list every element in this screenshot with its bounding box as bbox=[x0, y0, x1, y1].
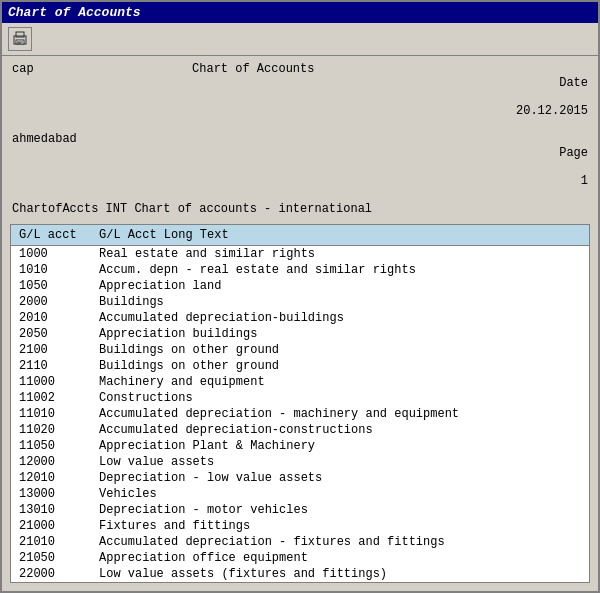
date-label: Date bbox=[559, 76, 588, 90]
header-right: Date 20.12.2015 bbox=[444, 62, 588, 132]
table-body: 1000Real estate and similar rights1010Ac… bbox=[11, 246, 589, 584]
cell-acct: 2100 bbox=[11, 342, 91, 358]
cell-desc: Depreciation - low value assets bbox=[91, 470, 589, 486]
table-row: 2100Buildings on other ground bbox=[11, 342, 589, 358]
cell-desc: Appreciation land bbox=[91, 278, 589, 294]
cell-acct: 1050 bbox=[11, 278, 91, 294]
table-row: 2050Appreciation buildings bbox=[11, 326, 589, 342]
cell-acct: 21010 bbox=[11, 534, 91, 550]
table-row: 13000Vehicles bbox=[11, 486, 589, 502]
main-window: Chart of Accounts cap Chart of Accounts bbox=[0, 0, 600, 593]
page-label: Page bbox=[559, 146, 588, 160]
title-bar: Chart of Accounts bbox=[2, 2, 598, 23]
cell-acct: 21050 bbox=[11, 550, 91, 566]
cell-desc: Accumulated depreciation-buildings bbox=[91, 310, 589, 326]
table-row: 2110Buildings on other ground bbox=[11, 358, 589, 374]
cell-desc: Constructions bbox=[91, 390, 589, 406]
cell-acct: 2010 bbox=[11, 310, 91, 326]
table-row: 21010Accumulated depreciation - fixtures… bbox=[11, 534, 589, 550]
cell-desc: Low value assets (fixtures and fittings) bbox=[91, 566, 589, 582]
header-acct: G/L acct bbox=[11, 225, 91, 246]
content-area: cap Chart of Accounts Date 20.12.2015 ah… bbox=[2, 56, 598, 591]
cell-acct: 13000 bbox=[11, 486, 91, 502]
company-name: ahmedabad bbox=[12, 132, 77, 146]
cell-desc: Buildings on other ground bbox=[91, 358, 589, 374]
company-code: cap bbox=[12, 62, 34, 76]
header-left: cap Chart of Accounts bbox=[12, 62, 444, 132]
chart-of-accounts-desc: ChartofAccts INT Chart of accounts - int… bbox=[12, 202, 588, 216]
table-row: 22000Low value assets (fixtures and fitt… bbox=[11, 566, 589, 582]
table-row: 2000Buildings bbox=[11, 294, 589, 310]
toolbar-button[interactable] bbox=[8, 27, 32, 51]
cell-desc: Low value assets bbox=[91, 454, 589, 470]
print-icon bbox=[12, 31, 28, 47]
cell-acct: 12010 bbox=[11, 470, 91, 486]
cell-acct: 11002 bbox=[11, 390, 91, 406]
cell-desc: Real estate and similar rights bbox=[91, 246, 589, 263]
table-row: 12000Low value assets bbox=[11, 454, 589, 470]
window-title: Chart of Accounts bbox=[8, 5, 141, 20]
table-row: 21050Appreciation office equipment bbox=[11, 550, 589, 566]
cell-desc: Buildings bbox=[91, 294, 589, 310]
table-row: 1050Appreciation land bbox=[11, 278, 589, 294]
cell-acct: 11020 bbox=[11, 422, 91, 438]
table-row: 11002Constructions bbox=[11, 390, 589, 406]
cell-acct: 2000 bbox=[11, 294, 91, 310]
cell-acct: 1010 bbox=[11, 262, 91, 278]
table-row: 11010Accumulated depreciation - machiner… bbox=[11, 406, 589, 422]
table-row: 1000Real estate and similar rights bbox=[11, 246, 589, 263]
cell-acct: 2110 bbox=[11, 358, 91, 374]
cell-acct: 21000 bbox=[11, 518, 91, 534]
cell-acct: 2050 bbox=[11, 326, 91, 342]
table-row: 11050Appreciation Plant & Machinery bbox=[11, 438, 589, 454]
cell-desc: Buildings on other ground bbox=[91, 342, 589, 358]
cell-desc: Appreciation buildings bbox=[91, 326, 589, 342]
table-row: 11020Accumulated depreciation-constructi… bbox=[11, 422, 589, 438]
cell-acct: 1000 bbox=[11, 246, 91, 263]
cell-desc: Fixtures and fittings bbox=[91, 518, 589, 534]
table-row: 22010Depreciation - LVA office equipment bbox=[11, 582, 589, 583]
table-row: 13010Depreciation - motor vehicles bbox=[11, 502, 589, 518]
cell-desc: Accumulated depreciation - machinery and… bbox=[91, 406, 589, 422]
cell-desc: Depreciation - LVA office equipment bbox=[91, 582, 589, 583]
cell-desc: Accum. depn - real estate and similar ri… bbox=[91, 262, 589, 278]
cell-desc: Depreciation - motor vehicles bbox=[91, 502, 589, 518]
cell-acct: 11000 bbox=[11, 374, 91, 390]
table-row: 12010Depreciation - low value assets bbox=[11, 470, 589, 486]
cell-desc: Machinery and equipment bbox=[91, 374, 589, 390]
table-row: 2010Accumulated depreciation-buildings bbox=[11, 310, 589, 326]
cell-acct: 12000 bbox=[11, 454, 91, 470]
cell-acct: 22010 bbox=[11, 582, 91, 583]
cell-desc: Appreciation office equipment bbox=[91, 550, 589, 566]
table-row: 1010Accum. depn - real estate and simila… bbox=[11, 262, 589, 278]
header-company-name: ahmedabad bbox=[12, 132, 358, 202]
header-page: Page 1 bbox=[358, 132, 588, 202]
table-container[interactable]: G/L acct G/L Acct Long Text 1000Real est… bbox=[10, 224, 590, 583]
center-label: Chart of Accounts bbox=[192, 62, 314, 76]
cell-desc: Vehicles bbox=[91, 486, 589, 502]
toolbar bbox=[2, 23, 598, 56]
cell-desc: Accumulated depreciation - fixtures and … bbox=[91, 534, 589, 550]
cell-acct: 13010 bbox=[11, 502, 91, 518]
date-value: 20.12.2015 bbox=[516, 104, 588, 118]
header-desc: G/L Acct Long Text bbox=[91, 225, 589, 246]
table-row: 21000Fixtures and fittings bbox=[11, 518, 589, 534]
cell-acct: 22000 bbox=[11, 566, 91, 582]
cell-desc: Accumulated depreciation-constructions bbox=[91, 422, 589, 438]
accounts-table: G/L acct G/L Acct Long Text 1000Real est… bbox=[11, 225, 589, 583]
page-value: 1 bbox=[581, 174, 588, 188]
cell-desc: Appreciation Plant & Machinery bbox=[91, 438, 589, 454]
cell-acct: 11010 bbox=[11, 406, 91, 422]
table-header-row: G/L acct G/L Acct Long Text bbox=[11, 225, 589, 246]
table-row: 11000Machinery and equipment bbox=[11, 374, 589, 390]
cell-acct: 11050 bbox=[11, 438, 91, 454]
report-header: cap Chart of Accounts Date 20.12.2015 ah… bbox=[2, 56, 598, 220]
